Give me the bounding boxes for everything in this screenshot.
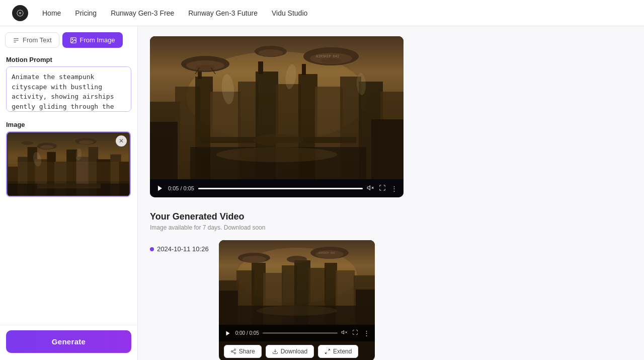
svg-point-23 <box>40 145 54 149</box>
svg-point-85 <box>242 256 266 263</box>
right-panel: AIRSHIP 042 <box>138 26 644 360</box>
timestamp-dot <box>150 247 154 251</box>
small-fullscreen-icon[interactable] <box>352 329 358 337</box>
generate-button-wrapper: Generate <box>0 325 137 360</box>
svg-line-104 <box>328 349 330 351</box>
svg-point-89 <box>287 256 307 263</box>
nav-runway-gen3-future[interactable]: Runway Gen-3 Future <box>188 9 258 17</box>
motion-prompt-input[interactable] <box>6 66 131 112</box>
svg-point-5 <box>20 15 21 16</box>
generated-title: Your Generated Video <box>150 211 632 222</box>
svg-point-91 <box>257 306 337 316</box>
svg-point-25 <box>78 140 93 145</box>
svg-line-102 <box>232 350 234 351</box>
from-text-tab[interactable]: From Text <box>5 32 59 48</box>
svg-marker-68 <box>158 186 162 191</box>
small-ctrl-icons: ⋮ <box>341 329 370 337</box>
nav-pricing[interactable]: Pricing <box>75 9 97 17</box>
svg-point-63 <box>253 134 303 146</box>
svg-line-105 <box>326 352 328 354</box>
small-play-button[interactable] <box>224 329 232 337</box>
main-layout: From Text From Image Motion Prompt Image <box>0 26 644 360</box>
download-icon <box>272 348 278 354</box>
svg-point-100 <box>234 352 235 354</box>
svg-point-50 <box>196 65 214 70</box>
svg-rect-66 <box>150 122 178 179</box>
download-button[interactable]: Download <box>266 345 314 358</box>
tab-switcher: From Text From Image <box>0 26 137 52</box>
remove-image-button[interactable]: ✕ <box>116 135 127 147</box>
fullscreen-icon[interactable] <box>379 184 386 193</box>
generated-subtitle: Image available for 7 days. Download soo… <box>150 224 632 231</box>
small-progress-bar[interactable] <box>263 332 338 334</box>
svg-rect-46 <box>258 61 263 74</box>
svg-point-99 <box>231 351 232 352</box>
svg-point-65 <box>216 147 337 162</box>
svg-text:AIRSHIP 042: AIRSHIP 042 <box>318 251 335 254</box>
svg-point-3 <box>23 12 24 13</box>
video-time: 0:05 / 0:05 <box>168 185 194 191</box>
small-video-time: 0:00 / 0:05 <box>235 330 259 336</box>
video-action-buttons: Share Download <box>219 341 375 360</box>
small-city-svg: AIRSHIP 042 <box>219 240 375 325</box>
svg-point-26 <box>22 141 33 145</box>
share-icon <box>230 348 236 354</box>
uploaded-image-preview <box>7 132 130 196</box>
image-label: Image <box>6 121 131 128</box>
main-city-svg: AIRSHIP 042 <box>150 36 404 179</box>
svg-point-1 <box>19 12 22 14</box>
from-image-tab[interactable]: From Image <box>62 32 123 48</box>
main-video-section: AIRSHIP 042 <box>138 26 644 197</box>
small-video-controls: 0:00 / 0:05 <box>219 325 375 341</box>
video-control-icons: ⋮ <box>367 184 397 193</box>
main-video-controls: 0:05 / 0:05 <box>150 179 404 197</box>
svg-marker-69 <box>367 185 370 189</box>
nav-home[interactable]: Home <box>42 9 61 17</box>
svg-line-101 <box>232 352 234 353</box>
navbar: Home Pricing Runway Gen-3 Free Runway Ge… <box>0 0 644 26</box>
nav-vidu-studio[interactable]: Vidu Studio <box>272 9 307 17</box>
svg-rect-21 <box>8 162 129 181</box>
small-video-player: AIRSHIP 042 0:00 / 0:05 <box>219 240 375 360</box>
generated-section: Your Generated Video Image available for… <box>138 197 644 360</box>
small-volume-icon[interactable] <box>341 329 347 337</box>
volume-icon[interactable] <box>367 184 374 193</box>
image-upload-area[interactable]: ✕ <box>6 131 131 197</box>
svg-marker-94 <box>226 331 229 335</box>
play-button[interactable] <box>156 184 164 192</box>
share-button[interactable]: Share <box>224 345 262 358</box>
form-area: Motion Prompt Image <box>0 52 137 325</box>
svg-rect-92 <box>219 291 238 325</box>
extend-icon <box>325 348 331 354</box>
small-more-icon[interactable]: ⋮ <box>363 329 370 337</box>
generation-timestamp: 2024-10-11 10:26 <box>150 240 209 253</box>
small-video-frame: AIRSHIP 042 <box>219 240 375 325</box>
left-panel: From Text From Image Motion Prompt Image <box>0 26 138 360</box>
svg-rect-67 <box>371 119 404 179</box>
more-options-icon[interactable]: ⋮ <box>391 185 397 192</box>
video-progress-bar[interactable] <box>198 188 363 189</box>
video-progress-fill <box>198 188 363 189</box>
city-svg <box>7 132 130 196</box>
svg-point-4 <box>17 12 18 13</box>
generate-button[interactable]: Generate <box>6 330 131 353</box>
logo[interactable] <box>12 5 28 21</box>
svg-rect-47 <box>302 64 306 75</box>
svg-marker-95 <box>342 331 344 334</box>
svg-point-7 <box>72 39 73 40</box>
svg-point-55 <box>321 58 341 63</box>
svg-text:AIRSHIP 042: AIRSHIP 042 <box>316 54 339 58</box>
svg-point-57 <box>259 49 283 56</box>
svg-point-98 <box>234 349 235 350</box>
motion-prompt-label: Motion Prompt <box>6 56 131 63</box>
generated-entry: 2024-10-11 10:26 <box>150 240 632 360</box>
nav-runway-gen3-free[interactable]: Runway Gen-3 Free <box>111 9 174 17</box>
svg-rect-93 <box>356 290 375 325</box>
text-icon <box>13 37 20 44</box>
extend-button[interactable]: Extend <box>318 345 358 358</box>
main-video-frame: AIRSHIP 042 <box>150 36 404 179</box>
image-icon <box>70 37 77 44</box>
main-video-player: AIRSHIP 042 <box>150 36 404 197</box>
svg-rect-30 <box>37 184 101 189</box>
svg-point-2 <box>20 9 21 10</box>
